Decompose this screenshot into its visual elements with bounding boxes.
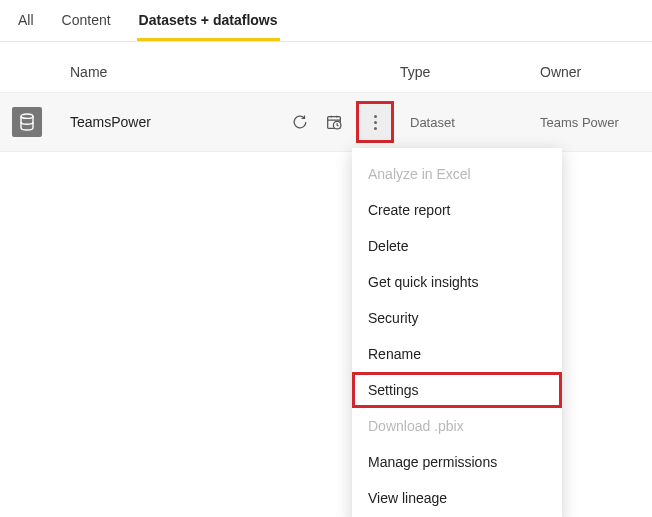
- row-owner[interactable]: Teams Power: [540, 115, 640, 130]
- menu-manage-permissions[interactable]: Manage permissions: [352, 444, 562, 480]
- svg-point-0: [21, 114, 33, 118]
- menu-create-report[interactable]: Create report: [352, 192, 562, 228]
- column-owner[interactable]: Owner: [540, 64, 640, 80]
- row-type: Dataset: [400, 115, 540, 130]
- menu-view-lineage[interactable]: View lineage: [352, 480, 562, 516]
- tab-content[interactable]: Content: [60, 8, 113, 41]
- column-type[interactable]: Type: [400, 64, 540, 80]
- refresh-icon[interactable]: [290, 112, 310, 132]
- more-options-icon: [374, 115, 377, 130]
- table-row[interactable]: TeamsPower Dataset Teams Power: [0, 92, 652, 152]
- menu-get-quick-insights[interactable]: Get quick insights: [352, 264, 562, 300]
- menu-security[interactable]: Security: [352, 300, 562, 336]
- context-menu: Analyze in Excel Create report Delete Ge…: [352, 148, 562, 517]
- schedule-refresh-icon[interactable]: [324, 112, 344, 132]
- menu-analyze-in-excel: Analyze in Excel: [352, 156, 562, 192]
- menu-download-pbix: Download .pbix: [352, 408, 562, 444]
- menu-delete[interactable]: Delete: [352, 228, 562, 264]
- database-icon: [12, 107, 42, 137]
- menu-settings[interactable]: Settings: [352, 372, 562, 408]
- table-header: Name Type Owner: [0, 42, 652, 92]
- column-name[interactable]: Name: [52, 64, 290, 80]
- tab-all[interactable]: All: [16, 8, 36, 41]
- menu-rename[interactable]: Rename: [352, 336, 562, 372]
- row-name[interactable]: TeamsPower: [52, 114, 290, 130]
- tabs-bar: All Content Datasets + dataflows: [0, 0, 652, 42]
- more-options-button[interactable]: [358, 103, 392, 141]
- tab-datasets-dataflows[interactable]: Datasets + dataflows: [137, 8, 280, 41]
